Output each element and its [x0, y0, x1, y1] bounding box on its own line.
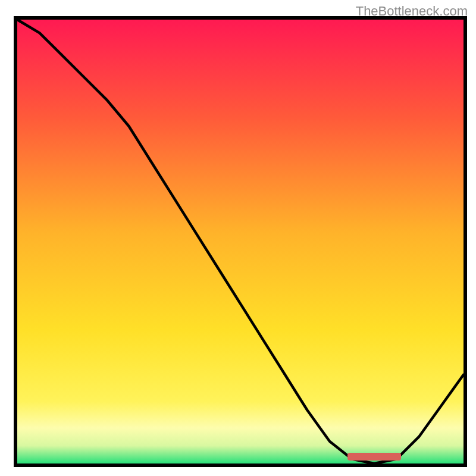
optimal-range-marker: [347, 453, 401, 461]
bottleneck-chart: [0, 0, 476, 476]
plot-background-gradient: [17, 20, 464, 464]
